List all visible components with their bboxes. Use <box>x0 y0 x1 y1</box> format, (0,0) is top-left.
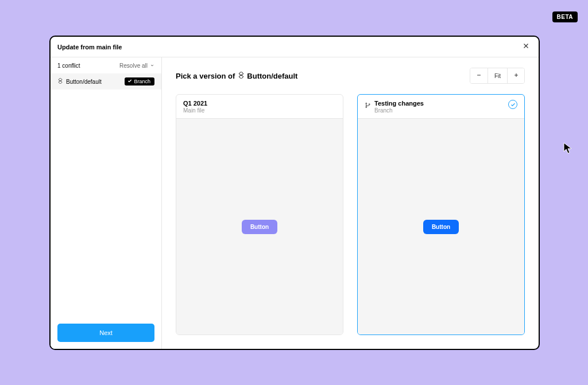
version-head-main: Q1 2021 Main file <box>176 95 343 119</box>
zoom-out-button[interactable] <box>470 68 488 83</box>
version-title-branch: Testing changes <box>374 100 424 107</box>
conflict-item-name: Button/default <box>57 78 102 85</box>
versions-row: Q1 2021 Main file Button <box>176 94 525 335</box>
pick-version-title: Pick a version of Button/default <box>176 72 297 80</box>
plus-icon <box>513 72 519 79</box>
version-canvas-main: Button <box>176 119 343 335</box>
component-icon <box>57 78 63 85</box>
sidebar-footer: Next <box>51 317 161 349</box>
component-ref: Button/default <box>238 72 297 80</box>
modal-title: Update from main file <box>57 44 122 50</box>
svg-rect-3 <box>239 74 243 78</box>
resolve-all-dropdown[interactable]: Resolve all <box>119 63 154 69</box>
version-title-main: Q1 2021 <box>183 100 207 107</box>
branch-chip: Branch <box>125 77 154 85</box>
close-button[interactable] <box>520 41 532 53</box>
preview-button-main: Button <box>242 220 277 234</box>
cursor-icon <box>563 142 572 157</box>
version-card-main[interactable]: Q1 2021 Main file Button <box>176 94 343 335</box>
sidebar-header: 1 conflict Resolve all <box>51 57 161 73</box>
close-icon <box>522 42 530 52</box>
pick-prefix: Pick a version of <box>176 72 235 80</box>
chevron-down-icon <box>150 63 154 69</box>
svg-point-6 <box>369 104 370 105</box>
svg-point-4 <box>366 103 367 104</box>
svg-rect-2 <box>239 72 243 76</box>
selected-indicator[interactable] <box>508 100 517 109</box>
check-icon <box>127 79 132 84</box>
component-name-label: Button/default <box>247 72 297 80</box>
conflict-item-label: Button/default <box>66 79 102 85</box>
zoom-in-button[interactable] <box>507 68 524 83</box>
version-subtitle-branch: Branch <box>374 107 424 114</box>
zoom-controls: Fit <box>470 68 525 84</box>
version-subtitle-main: Main file <box>183 107 207 114</box>
svg-rect-1 <box>59 80 62 84</box>
update-modal: Update from main file 1 conflict Resolve… <box>49 36 540 350</box>
component-icon <box>238 72 245 80</box>
preview-button-branch: Button <box>423 220 459 234</box>
zoom-fit-button[interactable]: Fit <box>488 68 507 83</box>
next-button[interactable]: Next <box>57 324 154 342</box>
conflict-count-label: 1 conflict <box>57 63 80 69</box>
conflict-item[interactable]: Button/default Branch <box>51 73 161 90</box>
modal-header: Update from main file <box>51 37 539 57</box>
svg-rect-0 <box>59 78 62 81</box>
main-header: Pick a version of Button/default <box>176 68 525 84</box>
check-icon <box>510 99 516 110</box>
beta-badge: BETA <box>552 11 578 22</box>
version-head-branch: Testing changes Branch <box>358 95 524 119</box>
branch-icon <box>365 100 371 111</box>
sidebar: 1 conflict Resolve all Bu <box>51 57 162 349</box>
version-canvas-branch: Button <box>358 119 524 335</box>
main-panel: Pick a version of Button/default <box>162 57 539 349</box>
modal-body: 1 conflict Resolve all Bu <box>51 57 539 349</box>
branch-chip-label: Branch <box>134 79 150 84</box>
resolve-all-label: Resolve all <box>119 63 148 69</box>
minus-icon <box>476 72 482 79</box>
version-card-branch[interactable]: Testing changes Branch Button <box>357 94 525 335</box>
svg-point-5 <box>366 107 367 108</box>
